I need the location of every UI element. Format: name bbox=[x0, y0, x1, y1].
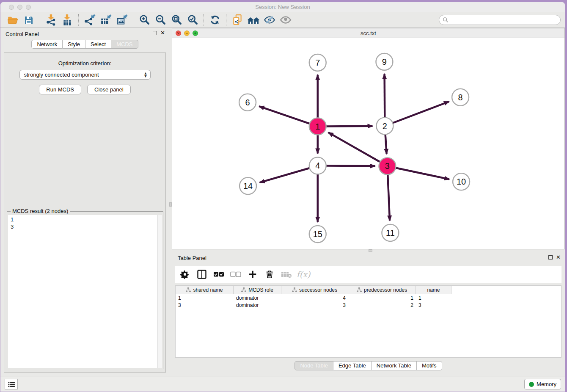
cell-successor-nodes: 4 bbox=[281, 295, 348, 301]
tab-network-table[interactable]: Network Table bbox=[372, 361, 417, 370]
network-canvas[interactable]: 7968124314101511 bbox=[172, 38, 564, 249]
task-history-button[interactable] bbox=[5, 379, 18, 389]
export-network-icon[interactable] bbox=[83, 14, 96, 26]
search-input[interactable] bbox=[449, 16, 560, 24]
select-all-icon[interactable] bbox=[213, 269, 224, 280]
export-image-icon[interactable] bbox=[115, 14, 129, 26]
search-field[interactable] bbox=[439, 15, 561, 25]
zoom-fit-icon[interactable] bbox=[170, 14, 183, 26]
cell-shared-name: 3 bbox=[176, 302, 234, 308]
column-header-mcds-role[interactable]: MCDS role bbox=[234, 286, 281, 294]
list-icon bbox=[7, 381, 16, 388]
tab-network[interactable]: Network bbox=[31, 40, 63, 49]
toolbar-separator bbox=[40, 14, 40, 26]
app-window: Session: New Session bbox=[0, 2, 565, 392]
table-row[interactable]: 3 dominator 3 2 3 bbox=[176, 301, 561, 309]
column-header-name[interactable]: name bbox=[416, 286, 451, 294]
settings-gear-icon[interactable] bbox=[179, 269, 190, 280]
show-view-icon[interactable] bbox=[279, 14, 292, 26]
tab-select[interactable]: Select bbox=[85, 40, 111, 49]
column-label: predecessor nodes bbox=[364, 287, 407, 293]
session-title: Session: New Session bbox=[0, 4, 565, 10]
deselect-all-icon[interactable] bbox=[230, 269, 241, 280]
add-column-icon[interactable] bbox=[247, 269, 258, 280]
home-icon[interactable] bbox=[247, 14, 260, 26]
result-scrollbar[interactable] bbox=[157, 215, 162, 368]
zoom-selected-icon[interactable] bbox=[186, 14, 199, 26]
cell-mcds-role: dominator bbox=[234, 302, 281, 308]
criterion-dropdown[interactable]: strongly connected component ▲▼ bbox=[19, 70, 151, 80]
graph-node-label-11: 11 bbox=[386, 228, 395, 237]
column-header-predecessor-nodes[interactable]: predecessor nodes bbox=[348, 286, 416, 294]
graph-node-label-7: 7 bbox=[315, 58, 320, 67]
network-window-titlebar: ✕ − + scc.txt bbox=[172, 28, 564, 38]
tab-edge-table[interactable]: Edge Table bbox=[333, 361, 372, 370]
close-panel-icon[interactable]: ✕ bbox=[160, 31, 165, 35]
memory-button[interactable]: Memory bbox=[524, 379, 561, 389]
graph-node-label-3: 3 bbox=[385, 161, 390, 171]
graph-edge-2-9[interactable] bbox=[385, 74, 385, 118]
main-toolbar bbox=[0, 12, 565, 28]
delete-table-icon[interactable] bbox=[281, 269, 292, 280]
graph-node-label-2: 2 bbox=[383, 121, 387, 131]
network-title: scc.txt bbox=[172, 30, 564, 36]
tab-motifs[interactable]: Motifs bbox=[417, 361, 442, 370]
cell-successor-nodes: 3 bbox=[281, 302, 348, 308]
graph-node-label-8: 8 bbox=[458, 93, 463, 102]
graph-edge-1-2[interactable] bbox=[326, 126, 373, 127]
cell-shared-name: 1 bbox=[176, 295, 234, 301]
zoom-in-icon[interactable] bbox=[138, 14, 151, 26]
control-panel-title: Control Panel bbox=[6, 31, 39, 37]
save-icon[interactable] bbox=[22, 14, 36, 26]
graph-edge-3-10[interactable] bbox=[396, 168, 449, 179]
graph-node-label-15: 15 bbox=[313, 229, 322, 239]
graph-edge-3-1[interactable] bbox=[328, 133, 380, 162]
graph-edge-4-14[interactable] bbox=[260, 168, 310, 182]
import-table-icon[interactable] bbox=[61, 14, 74, 26]
float-table-panel-icon[interactable] bbox=[548, 255, 553, 259]
float-panel-icon[interactable] bbox=[153, 31, 157, 35]
graph-edge-1-6[interactable] bbox=[259, 106, 309, 124]
run-mcds-button[interactable]: Run MCDS bbox=[39, 85, 81, 94]
node-table[interactable]: shared name MCDS role successor nodes bbox=[175, 285, 561, 358]
export-table-icon[interactable] bbox=[99, 14, 113, 26]
graph-edge-2-3[interactable] bbox=[385, 135, 387, 154]
canvas-resize-handle[interactable] bbox=[369, 249, 372, 252]
mcds-result-area[interactable]: 1 3 bbox=[8, 215, 162, 368]
network-canvas-svg: 7968124314101511 bbox=[172, 38, 564, 249]
delete-column-icon[interactable] bbox=[264, 269, 275, 280]
table-header-row: shared name MCDS role successor nodes bbox=[176, 286, 561, 294]
column-header-successor-nodes[interactable]: successor nodes bbox=[281, 286, 348, 294]
zoom-out-icon[interactable] bbox=[154, 14, 167, 26]
column-label: shared name bbox=[193, 287, 223, 293]
table-row[interactable]: 1 dominator 4 1 1 bbox=[176, 294, 561, 301]
graph-edge-4-3[interactable] bbox=[326, 166, 375, 166]
open-folder-icon[interactable] bbox=[6, 14, 19, 26]
mcds-result-title: MCDS result (2 nodes) bbox=[11, 208, 70, 214]
graph-node-label-4: 4 bbox=[315, 161, 320, 170]
mcds-result-text: 1 3 bbox=[11, 216, 14, 230]
cell-name: 1 bbox=[416, 295, 451, 301]
close-panel-button[interactable]: Close panel bbox=[87, 85, 131, 94]
criterion-value: strongly connected component bbox=[24, 72, 144, 78]
close-table-panel-icon[interactable]: ✕ bbox=[556, 255, 561, 259]
graph-edge-2-8[interactable] bbox=[393, 102, 449, 123]
tab-mcds[interactable]: MCDS bbox=[111, 40, 138, 49]
status-bar: Memory bbox=[0, 376, 565, 392]
clone-network-icon[interactable] bbox=[231, 14, 244, 26]
tab-node-table[interactable]: Node Table bbox=[295, 361, 333, 370]
graph-edge-3-11[interactable] bbox=[388, 174, 390, 221]
graph-node-label-14: 14 bbox=[243, 181, 253, 190]
table-panel-title: Table Panel bbox=[178, 255, 206, 261]
function-builder-icon[interactable]: f(x) bbox=[298, 269, 309, 280]
columns-icon[interactable] bbox=[196, 269, 207, 280]
cell-predecessor-nodes: 1 bbox=[348, 295, 416, 301]
cell-predecessor-nodes: 2 bbox=[348, 302, 416, 308]
hide-view-icon[interactable] bbox=[263, 14, 276, 26]
tab-style[interactable]: Style bbox=[63, 40, 85, 49]
import-network-icon[interactable] bbox=[44, 14, 58, 26]
refresh-icon[interactable] bbox=[208, 14, 222, 26]
search-icon bbox=[443, 17, 449, 23]
column-header-shared-name[interactable]: shared name bbox=[176, 286, 234, 294]
control-panel: Control Panel ✕ Network Style Select MCD… bbox=[0, 28, 169, 376]
